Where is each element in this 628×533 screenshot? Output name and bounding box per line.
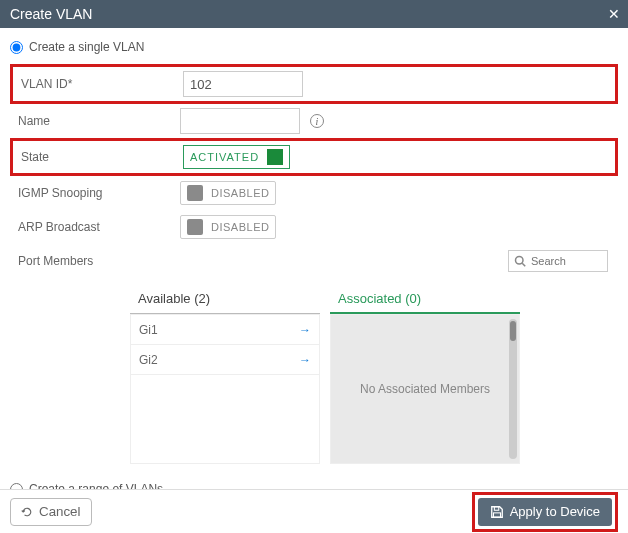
save-icon [490,505,504,519]
igmp-indicator-icon [187,185,203,201]
igmp-value: DISABLED [211,187,269,199]
port-members-label: Port Members [10,254,180,268]
associated-header: Associated (0) [330,284,520,314]
arp-value: DISABLED [211,221,269,233]
apply-label: Apply to Device [510,504,600,519]
associated-panel: Associated (0) No Associated Members [330,284,520,464]
list-item[interactable]: Gi1 → [131,315,319,345]
dialog-footer: Cancel Apply to Device [0,489,628,533]
svg-point-0 [516,257,524,265]
associated-empty-label: No Associated Members [360,382,490,396]
port-name: Gi1 [139,323,158,337]
dialog-title: Create VLAN [10,6,92,22]
available-header: Available (2) [130,284,320,314]
vlan-id-input[interactable] [183,71,303,97]
state-value: ACTIVATED [190,151,259,163]
apply-button[interactable]: Apply to Device [478,498,612,526]
name-label: Name [10,114,180,128]
arrow-right-icon[interactable]: → [299,353,311,367]
svg-rect-2 [494,506,498,510]
arrow-right-icon[interactable]: → [299,323,311,337]
mode-single-radio[interactable]: Create a single VLAN [10,40,618,54]
close-icon[interactable]: ✕ [608,0,620,28]
vlan-id-label: VLAN ID* [13,77,183,91]
scrollbar-thumb[interactable] [510,321,516,341]
svg-line-1 [522,263,525,266]
info-icon[interactable]: i [310,114,324,128]
igmp-label: IGMP Snooping [10,186,180,200]
mode-single-label: Create a single VLAN [29,40,144,54]
arp-toggle[interactable]: DISABLED [180,215,276,239]
scrollbar[interactable] [509,319,517,459]
arp-indicator-icon [187,219,203,235]
state-label: State [13,150,183,164]
mode-single-input[interactable] [10,41,23,54]
port-name: Gi2 [139,353,158,367]
state-toggle[interactable]: ACTIVATED [183,145,290,169]
igmp-toggle[interactable]: DISABLED [180,181,276,205]
cancel-label: Cancel [39,504,81,519]
dialog-titlebar: Create VLAN ✕ [0,0,628,28]
search-icon [514,255,526,267]
name-input[interactable] [180,108,300,134]
list-item[interactable]: Gi2 → [131,345,319,375]
undo-icon [21,506,33,518]
state-indicator-icon [267,149,283,165]
available-panel: Available (2) Gi1 → Gi2 → [130,284,320,464]
cancel-button[interactable]: Cancel [10,498,92,526]
arp-label: ARP Broadcast [10,220,180,234]
